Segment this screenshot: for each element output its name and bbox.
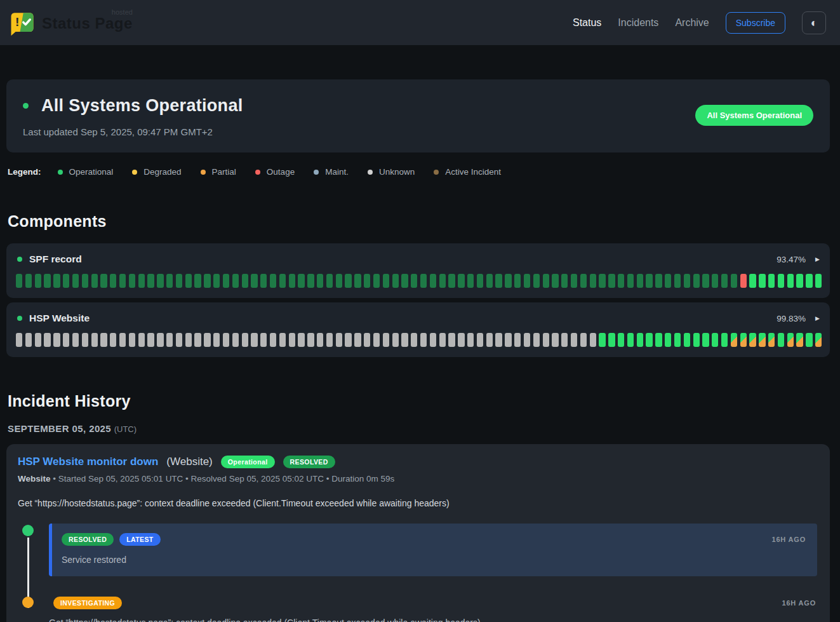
uptime-bar-operational_past[interactable] xyxy=(543,274,549,288)
uptime-bar-unknown_bar[interactable] xyxy=(289,333,295,347)
incident-title-link[interactable]: HSP Website monitor down xyxy=(18,456,158,468)
uptime-bar-operational_bright[interactable] xyxy=(627,333,634,347)
uptime-bar-mixed_degraded[interactable] xyxy=(787,333,794,347)
uptime-bar-operational_past[interactable] xyxy=(674,274,681,288)
uptime-bar-operational_past[interactable] xyxy=(289,274,295,288)
theme-toggle-button[interactable]: ◐ xyxy=(802,11,826,34)
uptime-bar-operational_past[interactable] xyxy=(223,274,229,288)
uptime-bar-unknown_bar[interactable] xyxy=(411,333,417,347)
uptime-bar-operational_past[interactable] xyxy=(712,274,718,288)
uptime-bar-operational_bright[interactable] xyxy=(768,274,775,288)
uptime-bar-unknown_bar[interactable] xyxy=(561,333,568,347)
uptime-bar-operational_past[interactable] xyxy=(420,274,427,288)
uptime-bar-operational_bright[interactable] xyxy=(778,274,784,288)
uptime-bar-unknown_bar[interactable] xyxy=(401,333,408,347)
uptime-bar-operational_past[interactable] xyxy=(684,274,690,288)
uptime-bar-operational_past[interactable] xyxy=(119,274,126,288)
uptime-bar-operational_past[interactable] xyxy=(16,274,22,288)
uptime-bar-unknown_bar[interactable] xyxy=(580,333,587,347)
uptime-bar-unknown_bar[interactable] xyxy=(383,333,389,347)
uptime-bar-unknown_bar[interactable] xyxy=(100,333,107,347)
uptime-bar-unknown_bar[interactable] xyxy=(53,333,60,347)
uptime-bar-unknown_bar[interactable] xyxy=(317,333,323,347)
uptime-bar-operational_past[interactable] xyxy=(486,274,493,288)
uptime-bar-operational_bright[interactable] xyxy=(646,333,652,347)
uptime-bar-operational_past[interactable] xyxy=(25,274,32,288)
uptime-bar-operational_past[interactable] xyxy=(401,274,408,288)
nav-link-incidents[interactable]: Incidents xyxy=(618,17,658,29)
uptime-bar-operational_past[interactable] xyxy=(317,274,323,288)
uptime-bar-operational_past[interactable] xyxy=(307,274,314,288)
brand[interactable]: ! Status Page hosted xyxy=(9,10,133,36)
uptime-bar-unknown_bar[interactable] xyxy=(524,333,530,347)
uptime-bar-operational_past[interactable] xyxy=(100,274,107,288)
uptime-bar-mixed_degraded[interactable] xyxy=(740,333,747,347)
uptime-bar-unknown_bar[interactable] xyxy=(194,333,201,347)
uptime-bar-unknown_bar[interactable] xyxy=(477,333,483,347)
uptime-bar-operational_bright[interactable] xyxy=(796,274,803,288)
uptime-bar-unknown_bar[interactable] xyxy=(166,333,173,347)
uptime-bar-operational_bright[interactable] xyxy=(599,333,605,347)
uptime-bar-unknown_bar[interactable] xyxy=(176,333,182,347)
uptime-bar-unknown_bar[interactable] xyxy=(242,333,248,347)
expand-chevron-icon[interactable]: ▶ xyxy=(815,315,820,321)
uptime-bar-mixed_degraded[interactable] xyxy=(759,333,765,347)
uptime-bar-mixed_degraded[interactable] xyxy=(815,333,822,347)
uptime-bar-operational_past[interactable] xyxy=(448,274,455,288)
uptime-bar-operational_bright[interactable] xyxy=(684,333,690,347)
uptime-bar-unknown_bar[interactable] xyxy=(91,333,98,347)
uptime-bar-operational_past[interactable] xyxy=(627,274,634,288)
uptime-bar-unknown_bar[interactable] xyxy=(590,333,596,347)
uptime-bar-operational_past[interactable] xyxy=(637,274,643,288)
uptime-bar-operational_bright[interactable] xyxy=(618,333,624,347)
uptime-bar-unknown_bar[interactable] xyxy=(354,333,361,347)
uptime-bar-operational_past[interactable] xyxy=(242,274,248,288)
nav-link-status[interactable]: Status xyxy=(573,17,601,29)
uptime-bar-operational_bright[interactable] xyxy=(665,333,671,347)
uptime-bar-operational_past[interactable] xyxy=(655,274,662,288)
uptime-bar-operational_past[interactable] xyxy=(458,274,464,288)
uptime-bar-operational_past[interactable] xyxy=(599,274,605,288)
uptime-bar-operational_bright[interactable] xyxy=(815,274,822,288)
uptime-bar-operational_past[interactable] xyxy=(552,274,558,288)
uptime-bar-unknown_bar[interactable] xyxy=(204,333,210,347)
uptime-bar-operational_past[interactable] xyxy=(533,274,540,288)
uptime-bar-unknown_bar[interactable] xyxy=(157,333,163,347)
uptime-bar-operational_past[interactable] xyxy=(157,274,163,288)
uptime-bar-unknown_bar[interactable] xyxy=(72,333,79,347)
uptime-bar-operational_bright[interactable] xyxy=(759,274,765,288)
uptime-bar-unknown_bar[interactable] xyxy=(552,333,558,347)
uptime-bar-operational_past[interactable] xyxy=(477,274,483,288)
uptime-bar-unknown_bar[interactable] xyxy=(392,333,399,347)
uptime-bar-operational_past[interactable] xyxy=(467,274,474,288)
uptime-bar-unknown_bar[interactable] xyxy=(448,333,455,347)
uptime-bar-operational_past[interactable] xyxy=(392,274,399,288)
uptime-bar-operational_past[interactable] xyxy=(194,274,201,288)
uptime-bar-unknown_bar[interactable] xyxy=(298,333,304,347)
uptime-bar-operational_bright[interactable] xyxy=(674,333,681,347)
uptime-bar-operational_past[interactable] xyxy=(524,274,530,288)
uptime-bar-unknown_bar[interactable] xyxy=(439,333,446,347)
uptime-bar-operational_past[interactable] xyxy=(185,274,192,288)
uptime-bar-operational_past[interactable] xyxy=(326,274,333,288)
uptime-bar-operational_past[interactable] xyxy=(35,274,41,288)
uptime-bar-unknown_bar[interactable] xyxy=(467,333,474,347)
uptime-bar-operational_past[interactable] xyxy=(270,274,276,288)
nav-link-archive[interactable]: Archive xyxy=(675,17,709,29)
uptime-bar-operational_past[interactable] xyxy=(260,274,267,288)
uptime-bar-operational_bright[interactable] xyxy=(608,333,615,347)
uptime-bar-operational_past[interactable] xyxy=(345,274,351,288)
uptime-bar-operational_past[interactable] xyxy=(571,274,577,288)
uptime-bar-unknown_bar[interactable] xyxy=(571,333,577,347)
uptime-bar-operational_past[interactable] xyxy=(495,274,502,288)
uptime-bar-operational_past[interactable] xyxy=(44,274,50,288)
uptime-bar-operational_bright[interactable] xyxy=(655,333,662,347)
uptime-bar-unknown_bar[interactable] xyxy=(373,333,380,347)
uptime-bar-unknown_bar[interactable] xyxy=(345,333,351,347)
uptime-bar-operational_past[interactable] xyxy=(91,274,98,288)
uptime-bar-operational_bright[interactable] xyxy=(702,333,709,347)
uptime-bar-operational_bright[interactable] xyxy=(806,274,812,288)
uptime-bar-operational_past[interactable] xyxy=(354,274,361,288)
uptime-bar-operational_past[interactable] xyxy=(364,274,370,288)
uptime-bar-unknown_bar[interactable] xyxy=(16,333,22,347)
